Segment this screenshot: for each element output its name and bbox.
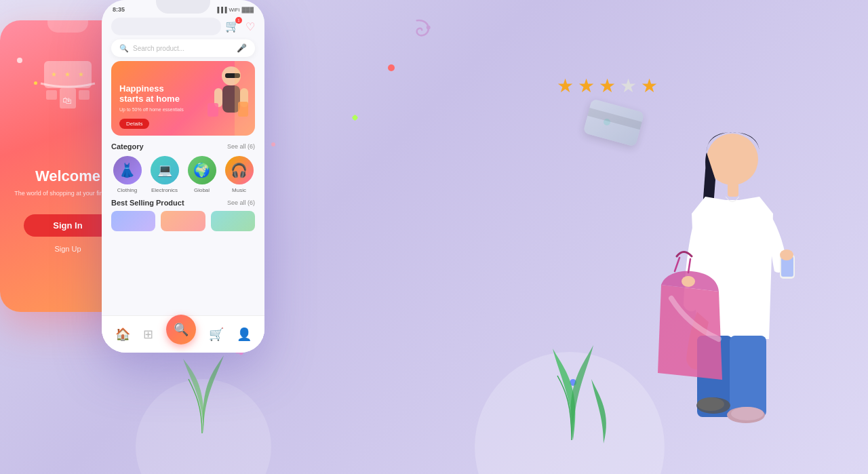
banner-title: Happiness starts at home xyxy=(119,83,247,104)
category-section: Category See all (6) 👗 Clothing 💻 Electr… xyxy=(102,142,264,199)
svg-rect-19 xyxy=(728,183,738,197)
nav-search-button[interactable]: 🔍 xyxy=(166,315,196,344)
global-icon: 🌍 xyxy=(193,162,210,178)
banner-subtitle: Up to 50% off home essentials xyxy=(119,107,247,112)
category-title: Category xyxy=(111,142,144,151)
category-item-music[interactable]: 🎧 Music xyxy=(223,156,255,193)
grid-icon: ⊞ xyxy=(143,327,153,342)
music-label: Music xyxy=(232,187,246,193)
nav-grid[interactable]: ⊞ xyxy=(143,327,153,342)
nav-profile[interactable]: 👤 xyxy=(237,327,252,342)
star-1: ★ xyxy=(557,75,574,97)
global-circle: 🌍 xyxy=(188,156,216,184)
electronics-icon: 💻 xyxy=(157,163,172,178)
phone-front: 8:35 ▐▐▐ WiFi ▓▓▓ 🛒 1 ♡ 🔍 Search produ xyxy=(102,0,264,353)
confetti-pink xyxy=(271,142,275,146)
category-see-all[interactable]: See all (6) xyxy=(227,143,255,150)
clothing-icon: 👗 xyxy=(119,162,136,178)
person-illustration xyxy=(624,81,814,434)
battery-icon: ▓▓▓ xyxy=(242,7,254,13)
wifi-icon: WiFi xyxy=(229,7,240,13)
product-thumb-1[interactable] xyxy=(111,211,155,231)
banner-text: Happiness starts at home Up to 50% off h… xyxy=(111,77,255,136)
category-item-electronics[interactable]: 💻 Electronics xyxy=(149,156,180,193)
app-topbar: 🛒 1 ♡ xyxy=(102,15,264,39)
plant-left xyxy=(176,345,231,433)
dot-red xyxy=(388,64,395,71)
cart-nav-icon: 🛒 xyxy=(209,327,224,342)
svg-rect-5 xyxy=(46,90,57,100)
search-input-wrap[interactable]: 🔍 Search product... 🎤 xyxy=(111,39,255,57)
search-section: 🔍 Search product... 🎤 xyxy=(102,39,264,61)
promo-banner[interactable]: Happiness starts at home Up to 50% off h… xyxy=(111,61,255,136)
category-item-global[interactable]: 🌍 Global xyxy=(186,156,218,193)
svg-point-31 xyxy=(682,276,695,287)
product-thumb-2[interactable] xyxy=(161,211,205,231)
svg-text:★: ★ xyxy=(64,71,71,78)
nav-cart[interactable]: 🛒 xyxy=(209,327,224,342)
svg-point-0 xyxy=(426,25,431,30)
product-row xyxy=(102,211,264,231)
best-selling-title: Best Selling Product xyxy=(111,199,184,207)
svg-text:★: ★ xyxy=(51,71,57,78)
wishlist-icon[interactable]: ♡ xyxy=(245,20,255,33)
best-selling-see-all[interactable]: See all (6) xyxy=(227,199,255,206)
svg-point-28 xyxy=(697,397,724,411)
bottom-nav: 🏠 ⊞ 🔍 🛒 👤 xyxy=(102,315,264,353)
clothing-label: Clothing xyxy=(117,187,137,193)
nav-home[interactable]: 🏠 xyxy=(115,327,130,342)
svg-point-22 xyxy=(780,250,793,260)
star-3: ★ xyxy=(599,75,616,97)
plant-right2 xyxy=(590,376,617,443)
signal-icon: ▐▐▐ xyxy=(215,7,226,13)
product-thumb-3[interactable] xyxy=(211,211,255,231)
search-placeholder: Search product... xyxy=(133,45,184,52)
search-icon: 🔍 xyxy=(119,44,129,53)
svg-text:★: ★ xyxy=(78,71,84,78)
profile-icon: 👤 xyxy=(237,327,252,342)
electronics-label: Electronics xyxy=(151,187,178,193)
category-header: Category See all (6) xyxy=(111,142,255,151)
confetti-green xyxy=(352,115,359,121)
snake-icon xyxy=(403,15,435,52)
star-2: ★ xyxy=(578,75,595,97)
mic-icon[interactable]: 🎤 xyxy=(237,43,247,53)
signin-button[interactable]: Sign In xyxy=(24,214,112,237)
global-label: Global xyxy=(194,187,210,193)
front-phone-notch xyxy=(156,0,210,14)
svg-point-30 xyxy=(731,407,764,420)
shop-illustration: 🛍 ★ ★ ★ xyxy=(34,58,102,119)
welcome-title: Welcome xyxy=(35,167,100,185)
category-grid: 👗 Clothing 💻 Electronics 🌍 Global xyxy=(111,156,255,193)
svg-text:🛍: 🛍 xyxy=(62,95,72,106)
topbar-icons: 🛒 1 ♡ xyxy=(225,19,255,34)
search-btn-icon: 🔍 xyxy=(174,322,189,337)
best-selling-header: Best Selling Product See all (6) xyxy=(102,199,264,211)
home-icon: 🏠 xyxy=(115,327,130,342)
confetti-1 xyxy=(17,58,22,63)
clothing-circle: 👗 xyxy=(113,156,142,184)
music-icon: 🎧 xyxy=(231,162,248,178)
cart-icon-wrap[interactable]: 🛒 1 xyxy=(225,19,240,34)
back-phone-notch xyxy=(47,20,88,33)
category-item-clothing[interactable]: 👗 Clothing xyxy=(111,156,143,193)
music-circle: 🎧 xyxy=(225,156,254,184)
signup-link[interactable]: Sign Up xyxy=(54,245,81,253)
phone-screen: 8:35 ▐▐▐ WiFi ▓▓▓ 🛒 1 ♡ 🔍 Search produ xyxy=(102,0,264,353)
top-search-bar[interactable] xyxy=(111,18,221,35)
svg-rect-26 xyxy=(730,336,765,414)
status-icons: ▐▐▐ WiFi ▓▓▓ xyxy=(215,7,254,13)
svg-rect-6 xyxy=(79,90,90,100)
electronics-circle: 💻 xyxy=(151,156,179,184)
banner-details-button[interactable]: Details xyxy=(119,119,149,129)
status-time: 8:35 xyxy=(113,6,125,13)
cart-badge: 1 xyxy=(235,17,242,24)
